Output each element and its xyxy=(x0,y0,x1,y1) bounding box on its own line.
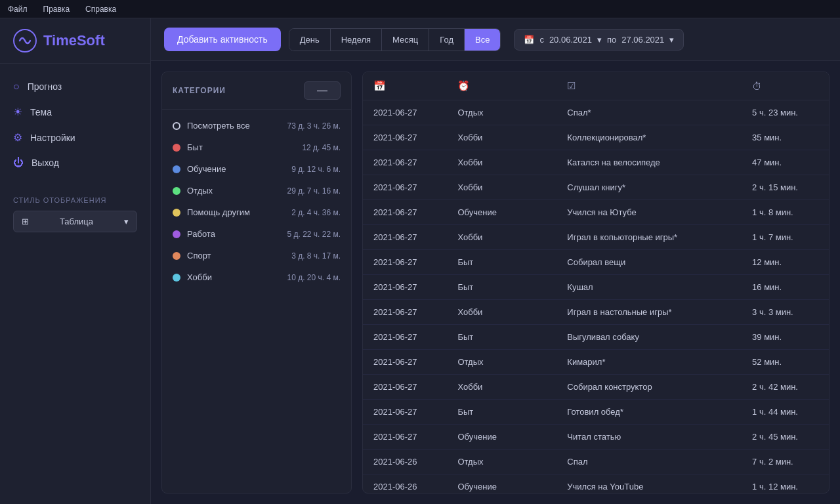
period-year-button[interactable]: Год xyxy=(429,29,465,51)
cell-activity: Готовил обед* xyxy=(556,400,742,425)
cell-category: Обучение xyxy=(447,474,556,494)
cell-date: 2021-06-27 xyxy=(363,325,447,350)
table-row[interactable]: 2021-06-27ХоббиСлушал книгу*2 ч. 15 мин. xyxy=(363,175,829,200)
category-item[interactable]: Помощь другим2 д. 4 ч. 36 м. xyxy=(162,201,351,223)
menu-edit[interactable]: Правка xyxy=(41,3,73,15)
period-day-button[interactable]: День xyxy=(289,29,331,51)
chevron-down-icon: ▾ xyxy=(124,217,129,226)
cell-activity: Выгуливал собаку xyxy=(556,325,742,350)
category-time: 10 д. 20 ч. 4 м. xyxy=(287,273,341,282)
cell-category: Хобби xyxy=(447,225,556,250)
cell-date: 2021-06-27 xyxy=(363,125,447,150)
category-name: Спорт xyxy=(187,251,285,261)
sidebar: TimeSoft ○ Прогноз ☀ Тема ⚙ Настройки ⏻ … xyxy=(0,18,151,504)
category-time: 9 д. 12 ч. 6 м. xyxy=(291,165,341,174)
sidebar-item-forecast[interactable]: ○ Прогноз xyxy=(0,74,150,99)
toolbar: Добавить активность День Неделя Месяц Го… xyxy=(151,18,840,61)
cell-category: Хобби xyxy=(447,300,556,325)
category-item[interactable]: Спорт3 д. 8 ч. 17 м. xyxy=(162,245,351,266)
table-row[interactable]: 2021-06-27БытВыгуливал собаку39 мин. xyxy=(363,325,829,350)
content-area: КАТЕГОРИИ — Посмотреть все73 д. 3 ч. 26 … xyxy=(151,61,840,504)
category-name: Работа xyxy=(187,229,280,239)
table-row[interactable]: 2021-06-27БытГотовил обед*1 ч. 44 мин. xyxy=(363,400,829,425)
menubar: Файл Правка Справка xyxy=(0,0,840,18)
style-label: СТИЛЬ ОТОБРАЖЕНИЯ xyxy=(13,196,137,204)
cell-activity: Кимарил* xyxy=(556,350,742,375)
cell-date: 2021-06-26 xyxy=(363,474,447,494)
table-row[interactable]: 2021-06-27ХоббиИграл в копьюторные игры*… xyxy=(363,225,829,250)
date-from-label: с xyxy=(539,35,544,45)
cell-date: 2021-06-27 xyxy=(363,250,447,275)
table-row[interactable]: 2021-06-27БытКушал16 мин. xyxy=(363,275,829,300)
nav-label-forecast: Прогноз xyxy=(28,81,62,92)
style-select[interactable]: ⊞ Таблица ▾ xyxy=(13,211,137,232)
category-item[interactable]: Работа5 д. 22 ч. 22 м. xyxy=(162,223,351,245)
cell-date: 2021-06-27 xyxy=(363,275,447,300)
sidebar-item-settings[interactable]: ⚙ Настройки xyxy=(0,125,150,150)
category-name: Хобби xyxy=(187,272,280,282)
cell-duration: 1 ч. 12 мин. xyxy=(742,474,829,494)
category-time: 73 д. 3 ч. 26 м. xyxy=(287,121,341,131)
category-time: 12 д. 45 м. xyxy=(302,143,341,152)
collapse-button[interactable]: — xyxy=(304,81,341,100)
table-row[interactable]: 2021-06-27ХоббиСобирал конструктор2 ч. 4… xyxy=(363,375,829,400)
cell-category: Быт xyxy=(447,400,556,425)
cell-date: 2021-06-27 xyxy=(363,225,447,250)
cell-date: 2021-06-27 xyxy=(363,425,447,450)
cell-duration: 39 мин. xyxy=(742,325,829,350)
sidebar-item-theme[interactable]: ☀ Тема xyxy=(0,99,150,125)
category-dot xyxy=(173,230,180,238)
menu-help[interactable]: Справка xyxy=(83,3,119,15)
period-week-button[interactable]: Неделя xyxy=(331,29,382,51)
activity-table: 📅 ⏰ ☑ ⏱ 2021-06-27ОтдыхСпал*5 ч. 23 мин.… xyxy=(363,72,829,493)
cell-duration: 47 мин. xyxy=(742,150,829,175)
table-row[interactable]: 2021-06-27ОбучениеЧитал статью2 ч. 45 ми… xyxy=(363,425,829,450)
category-item[interactable]: Отдых29 д. 7 ч. 16 м. xyxy=(162,180,351,201)
cell-activity: Спал* xyxy=(556,100,742,125)
sidebar-item-logout[interactable]: ⏻ Выход xyxy=(0,150,150,175)
category-item[interactable]: Быт12 д. 45 м. xyxy=(162,136,351,158)
date-to-value[interactable]: 27.06.2021 xyxy=(621,35,664,45)
category-item[interactable]: Обучение9 д. 12 ч. 6 м. xyxy=(162,158,351,180)
table-row[interactable]: 2021-06-26ОбучениеУчился на YouTube1 ч. … xyxy=(363,474,829,494)
categories-title: КАТЕГОРИИ xyxy=(173,86,226,95)
category-item[interactable]: Хобби10 д. 20 ч. 4 м. xyxy=(162,266,351,288)
cell-activity: Играл в копьюторные игры* xyxy=(556,225,742,250)
cell-category: Обучение xyxy=(447,200,556,225)
table-row[interactable]: 2021-06-27ОтдыхСпал*5 ч. 23 мин. xyxy=(363,100,829,125)
table-scroll[interactable]: 📅 ⏰ ☑ ⏱ 2021-06-27ОтдыхСпал*5 ч. 23 мин.… xyxy=(363,72,829,493)
style-select-value: Таблица xyxy=(60,217,93,226)
category-name: Помощь другим xyxy=(187,207,285,217)
table-row[interactable]: 2021-06-27ХоббиКатался на велосипеде47 м… xyxy=(363,150,829,175)
cell-category: Хобби xyxy=(447,175,556,200)
nav-label-settings: Настройки xyxy=(30,133,75,143)
main-content: Добавить активность День Неделя Месяц Го… xyxy=(151,18,840,504)
cell-date: 2021-06-27 xyxy=(363,100,447,125)
category-time: 5 д. 22 ч. 22 м. xyxy=(287,230,341,239)
table-row[interactable]: 2021-06-27ХоббиИграл в настольные игры*3… xyxy=(363,300,829,325)
cell-duration: 1 ч. 44 мин. xyxy=(742,400,829,425)
add-activity-button[interactable]: Добавить активность xyxy=(164,28,281,51)
category-time: 2 д. 4 ч. 36 м. xyxy=(291,208,341,217)
cell-duration: 5 ч. 23 мин. xyxy=(742,100,829,125)
table-row[interactable]: 2021-06-27ХоббиКоллекционировал*35 мин. xyxy=(363,125,829,150)
category-dot xyxy=(173,165,180,173)
table-row[interactable]: 2021-06-27БытСобирал вещи12 мин. xyxy=(363,250,829,275)
cell-activity: Кушал xyxy=(556,275,742,300)
table-row[interactable]: 2021-06-27ОтдыхКимарил*52 мин. xyxy=(363,350,829,375)
cell-date: 2021-06-27 xyxy=(363,300,447,325)
category-name: Отдых xyxy=(187,186,280,196)
period-month-button[interactable]: Месяц xyxy=(382,29,429,51)
date-from-value[interactable]: 20.06.2021 xyxy=(549,35,592,45)
category-item[interactable]: Посмотреть все73 д. 3 ч. 26 м. xyxy=(162,115,351,136)
date-separator: по xyxy=(607,35,616,45)
style-select-icon: ⊞ xyxy=(22,217,29,226)
cell-activity: Читал статью xyxy=(556,425,742,450)
col-category: ⏰ xyxy=(447,72,556,100)
table-header-row: 📅 ⏰ ☑ ⏱ xyxy=(363,72,829,100)
table-row[interactable]: 2021-06-27ОбучениеУчился на Ютубе1 ч. 8 … xyxy=(363,200,829,225)
table-row[interactable]: 2021-06-26ОтдыхСпал7 ч. 2 мин. xyxy=(363,450,829,474)
logo-text: TimeSoft xyxy=(43,32,105,49)
menu-file[interactable]: Файл xyxy=(5,3,30,15)
period-all-button[interactable]: Все xyxy=(465,29,500,51)
